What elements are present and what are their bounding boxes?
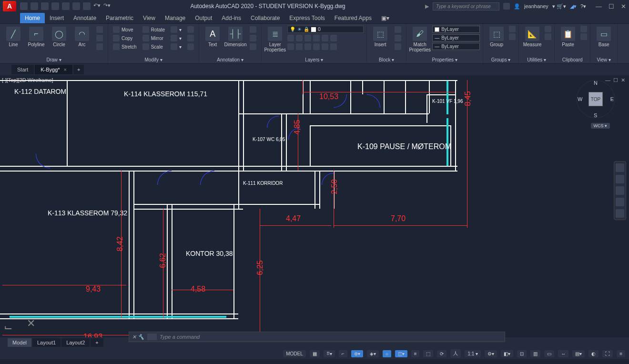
minimize-button[interactable]: — [596, 3, 602, 10]
dimension-button[interactable]: ┤├Dimension [225, 25, 246, 47]
match-properties-button[interactable]: 🖌Match Properties [409, 25, 430, 52]
status-annotation-monitor-icon[interactable]: ⊡ [517, 350, 527, 357]
app-logo-icon[interactable]: A [3, 1, 16, 11]
layer-tool-5-icon[interactable] [322, 35, 328, 41]
help-icon[interactable]: ?▾ [580, 3, 586, 10]
print-icon[interactable] [83, 2, 91, 10]
layer-tool-11-icon[interactable] [322, 43, 328, 50]
mirror-button[interactable]: Mirror [141, 34, 167, 42]
viewcube-top[interactable]: TOP [588, 92, 603, 106]
tab-collaborate[interactable]: Collaborate [246, 13, 284, 23]
util-1-icon[interactable] [545, 26, 551, 32]
stretch-button[interactable]: Stretch [111, 43, 139, 51]
close-button[interactable]: ✕ [621, 3, 626, 10]
cart-icon[interactable]: ▾ 🛒▾ [552, 3, 566, 10]
layer-properties-button[interactable]: ≣Layer Properties [264, 25, 285, 52]
table-button[interactable] [248, 34, 258, 42]
layer-tool-6-icon[interactable] [330, 35, 337, 41]
layer-tool-4-icon[interactable] [313, 35, 320, 41]
status-gear-icon[interactable]: ⚙▾ [485, 350, 497, 357]
erase-button[interactable] [185, 26, 196, 33]
offset-button[interactable] [185, 43, 196, 51]
open-icon[interactable] [30, 2, 38, 10]
layout-tab-layout2[interactable]: Layout2 [61, 338, 90, 347]
viewcube-east[interactable]: E [610, 96, 614, 102]
status-isolate-icon[interactable]: ▤▾ [572, 350, 585, 357]
view-cube[interactable]: TOP N S E W [577, 80, 615, 118]
tab-output[interactable]: Output [190, 13, 217, 23]
layer-tool-1-icon[interactable] [287, 35, 294, 41]
edit-block-button[interactable] [393, 34, 403, 42]
status-lineweight-icon[interactable]: ≡ [411, 350, 420, 357]
status-ortho-icon[interactable]: ⌐ [339, 350, 347, 357]
paste-button[interactable]: 📋Paste [558, 25, 578, 47]
line-button[interactable]: ╱Line [3, 25, 24, 47]
save-icon[interactable] [41, 2, 49, 10]
status-scale-dropdown[interactable]: 1:1 ▾ [465, 350, 481, 357]
status-lock-ui-icon[interactable]: ↔ [558, 350, 568, 357]
polyline-button[interactable]: ⌐Polyline [26, 25, 47, 47]
layer-tool-3-icon[interactable] [304, 35, 311, 41]
pan-icon[interactable] [616, 175, 624, 183]
scale-button[interactable]: Scale [141, 43, 167, 51]
create-block-button[interactable] [393, 26, 403, 33]
status-iso-icon[interactable]: ◈▾ [367, 350, 379, 357]
tab-addins[interactable]: Add-ins [217, 13, 246, 23]
status-snap-icon[interactable]: ⠿▾ [324, 350, 335, 357]
rotate-button[interactable]: Rotate [141, 26, 167, 33]
status-model-button[interactable]: MODEL [283, 350, 306, 357]
web-mobile-icon[interactable] [62, 2, 70, 10]
layer-tool-10-icon[interactable] [313, 43, 320, 50]
layer-tool-7-icon[interactable] [287, 43, 294, 50]
panel-draw-label[interactable]: Draw ▾ [3, 56, 105, 62]
zoom-extents-icon[interactable] [616, 186, 624, 195]
customize-cmd-icon[interactable]: ✕ 🔧 [132, 334, 144, 340]
plot-icon[interactable] [72, 2, 80, 10]
status-workspace-icon[interactable]: ◧▾ [501, 350, 513, 357]
cut-icon[interactable] [580, 26, 587, 32]
measure-button[interactable]: 📐Measure [522, 25, 543, 47]
user-icon[interactable]: 👤 [514, 3, 520, 10]
status-otrack-icon[interactable]: ◫▾ [395, 350, 407, 357]
move-button[interactable]: Move [111, 26, 139, 33]
close-tab-icon[interactable]: × [64, 67, 67, 72]
new-tab-button[interactable]: + [73, 65, 84, 74]
layer-tool-8-icon[interactable] [296, 43, 303, 50]
arc-button[interactable]: ◠Arc [71, 25, 92, 47]
vp-close-icon[interactable]: ✕ [621, 77, 625, 83]
array-button[interactable]: ▾ [169, 43, 183, 51]
color-dropdown[interactable]: ByLayer [432, 26, 480, 33]
insert-button[interactable]: ⬚Insert [370, 25, 391, 47]
copy-clip-icon[interactable] [580, 33, 587, 40]
linetype-dropdown[interactable]: — ByLayer [432, 43, 480, 50]
tab-featured[interactable]: Featured Apps [330, 13, 376, 23]
viewcube-south[interactable]: S [594, 112, 597, 118]
play-icon[interactable]: ▶ [425, 3, 429, 10]
status-units-icon[interactable]: ▥ [530, 350, 540, 357]
new-icon[interactable] [20, 2, 28, 10]
status-polar-icon[interactable]: ⊕▾ [351, 350, 363, 357]
tab-parametric[interactable]: Parametric [101, 13, 138, 23]
layer-tool-12-icon[interactable] [330, 43, 337, 50]
tab-express[interactable]: Express Tools [284, 13, 329, 23]
showmotion-icon[interactable] [616, 209, 624, 218]
draw-extra-3[interactable] [94, 43, 105, 51]
layer-tool-2-icon[interactable] [296, 35, 303, 41]
layer-tool-9-icon[interactable] [304, 43, 311, 50]
new-layout-button[interactable]: + [91, 338, 103, 347]
ucs-icon[interactable]: ⌙ ✕ [4, 321, 12, 334]
current-layer-dropdown[interactable]: 💡☀🔒0 [287, 26, 364, 33]
username-label[interactable]: jeanhaney [524, 3, 548, 9]
layout-tab-layout1[interactable]: Layout1 [32, 338, 61, 347]
panel-properties-label[interactable]: Properties ▾ [409, 56, 480, 62]
panel-utilities-label[interactable]: Utilities ▾ [522, 56, 551, 62]
tab-home[interactable]: Home [20, 13, 45, 23]
fillet-button[interactable]: ▾ [169, 34, 183, 42]
text-button[interactable]: AText [202, 25, 223, 47]
base-button[interactable]: ▭Base [593, 25, 614, 47]
tab-manage[interactable]: Manage [160, 13, 190, 23]
util-2-icon[interactable] [545, 33, 551, 40]
lineweight-dropdown[interactable]: — ByLayer [432, 34, 480, 41]
drawing-canvas[interactable]: [-][Top][2D Wireframe] — ☐ ✕ TOP N S E W… [0, 75, 629, 337]
redo-icon[interactable]: ↷▾ [103, 2, 111, 10]
